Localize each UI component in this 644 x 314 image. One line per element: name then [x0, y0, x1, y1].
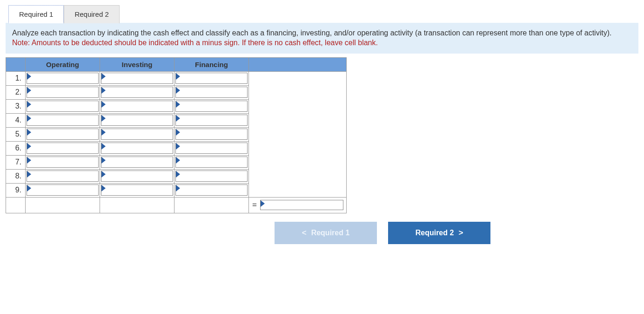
- financing-input[interactable]: [175, 101, 248, 112]
- operating-cell[interactable]: [26, 71, 100, 85]
- operating-cell[interactable]: [26, 169, 100, 183]
- chevron-left-icon: <: [302, 228, 307, 238]
- dropdown-arrow-icon: [27, 115, 31, 122]
- row-number: 8.: [6, 169, 26, 183]
- header-corner: [6, 57, 26, 71]
- dropdown-arrow-icon: [101, 101, 106, 108]
- financing-input[interactable]: [175, 143, 248, 154]
- dropdown-arrow-icon: [176, 143, 180, 150]
- blank-cell: [174, 197, 249, 213]
- dropdown-arrow-icon: [176, 115, 180, 122]
- investing-cell[interactable]: [100, 183, 174, 197]
- investing-cell[interactable]: [100, 169, 174, 183]
- chevron-right-icon: >: [458, 228, 463, 238]
- financing-cell[interactable]: [174, 127, 249, 141]
- operating-cell[interactable]: [26, 155, 100, 169]
- row-number: 6.: [6, 141, 26, 155]
- investing-input[interactable]: [101, 143, 173, 154]
- financing-cell[interactable]: [174, 141, 249, 155]
- investing-cell[interactable]: [100, 141, 174, 155]
- financing-input[interactable]: [175, 87, 248, 98]
- operating-input[interactable]: [27, 87, 99, 98]
- dropdown-arrow-icon: [101, 129, 106, 136]
- tab-bar: Required 1 Required 2: [8, 5, 638, 23]
- operating-cell[interactable]: [26, 141, 100, 155]
- operating-input[interactable]: [27, 157, 99, 168]
- financing-input[interactable]: [175, 171, 248, 182]
- investing-input[interactable]: [101, 115, 173, 126]
- nav-next-label: Required 2: [416, 229, 454, 237]
- dropdown-arrow-icon: [261, 200, 265, 207]
- investing-cell[interactable]: [100, 127, 174, 141]
- dropdown-arrow-icon: [176, 73, 180, 80]
- investing-input[interactable]: [101, 87, 173, 98]
- investing-input[interactable]: [101, 157, 173, 168]
- equals-sign: =: [249, 200, 260, 210]
- operating-input[interactable]: [27, 171, 99, 182]
- dropdown-arrow-icon: [27, 73, 31, 80]
- investing-input[interactable]: [101, 101, 173, 112]
- dropdown-arrow-icon: [101, 171, 106, 177]
- row-number: 2.: [6, 85, 26, 99]
- cash-effect-table: Operating Investing Financing 1.2.3.4.5.…: [6, 57, 347, 213]
- investing-cell[interactable]: [100, 71, 174, 85]
- financing-cell[interactable]: [174, 169, 249, 183]
- operating-cell[interactable]: [26, 127, 100, 141]
- dropdown-arrow-icon: [176, 129, 180, 136]
- blank-cell: [100, 197, 174, 213]
- investing-input[interactable]: [101, 184, 173, 196]
- total-area: =: [249, 197, 347, 213]
- operating-input[interactable]: [27, 101, 99, 112]
- total-input[interactable]: [260, 200, 343, 210]
- investing-cell[interactable]: [100, 99, 174, 113]
- blank-cell: [26, 197, 100, 213]
- dropdown-arrow-icon: [101, 115, 106, 122]
- dropdown-arrow-icon: [27, 87, 31, 94]
- nav-prev-button: < Required 1: [275, 222, 377, 244]
- financing-input[interactable]: [175, 115, 248, 126]
- financing-cell[interactable]: [174, 113, 249, 127]
- financing-input[interactable]: [175, 184, 248, 196]
- dropdown-arrow-icon: [176, 101, 180, 108]
- financing-cell[interactable]: [174, 183, 249, 197]
- financing-input[interactable]: [175, 129, 248, 140]
- operating-input[interactable]: [27, 115, 99, 126]
- total-row: =: [6, 197, 347, 213]
- nav-next-button[interactable]: Required 2 >: [388, 222, 490, 244]
- financing-cell[interactable]: [174, 85, 249, 99]
- header-investing: Investing: [100, 57, 174, 71]
- operating-cell[interactable]: [26, 85, 100, 99]
- dropdown-arrow-icon: [27, 185, 31, 191]
- blank-cell: [6, 197, 26, 213]
- row-number: 4.: [6, 113, 26, 127]
- investing-cell[interactable]: [100, 155, 174, 169]
- investing-cell[interactable]: [100, 113, 174, 127]
- investing-cell[interactable]: [100, 85, 174, 99]
- row-number: 9.: [6, 183, 26, 197]
- operating-input[interactable]: [27, 129, 99, 140]
- investing-input[interactable]: [101, 171, 173, 182]
- operating-input[interactable]: [27, 73, 99, 84]
- operating-input[interactable]: [27, 143, 99, 154]
- tab-required-2[interactable]: Required 2: [64, 5, 119, 23]
- instructions-text: Analyze each transaction by indicating t…: [12, 29, 611, 37]
- financing-cell[interactable]: [174, 99, 249, 113]
- dropdown-arrow-icon: [176, 87, 180, 94]
- financing-input[interactable]: [175, 157, 248, 168]
- row-number: 1.: [6, 71, 26, 85]
- operating-input[interactable]: [27, 184, 99, 196]
- operating-cell[interactable]: [26, 113, 100, 127]
- dropdown-arrow-icon: [101, 87, 106, 94]
- investing-input[interactable]: [101, 73, 173, 84]
- financing-cell[interactable]: [174, 155, 249, 169]
- dropdown-arrow-icon: [27, 157, 31, 164]
- nav-prev-label: Required 1: [311, 229, 350, 237]
- investing-input[interactable]: [101, 129, 173, 140]
- dropdown-arrow-icon: [27, 143, 31, 150]
- operating-cell[interactable]: [26, 183, 100, 197]
- dropdown-arrow-icon: [176, 171, 180, 177]
- financing-input[interactable]: [175, 73, 248, 84]
- tab-required-1[interactable]: Required 1: [8, 5, 64, 23]
- financing-cell[interactable]: [174, 71, 249, 85]
- operating-cell[interactable]: [26, 99, 100, 113]
